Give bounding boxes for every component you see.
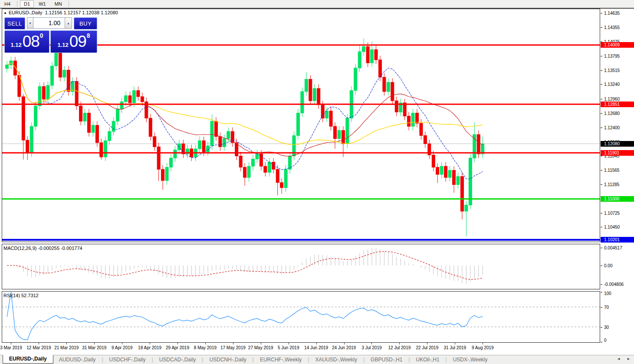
- chart-tab-eurchf[interactable]: EURCHF-,Weekly: [254, 356, 307, 364]
- chart-tab-usdcad[interactable]: USDCAD-,Daily: [154, 356, 202, 364]
- date-label: 9 Aug 2019: [472, 345, 494, 350]
- chart-tab-gbpusd[interactable]: GBPUSD-,H1: [365, 356, 408, 364]
- volume-decrease-button[interactable]: ▼: [27, 17, 33, 29]
- date-label: 31 Mar 2019: [82, 345, 106, 350]
- rsi-tick-mark: [601, 327, 602, 328]
- chart-tab-usdchf[interactable]: USDCHF-,Daily: [104, 356, 151, 364]
- chart-symbol-label: EURUSD-,Daily: [9, 10, 43, 15]
- date-tick-mark: [94, 343, 95, 344]
- chart-tab-eurusd[interactable]: EURUSD-,Daily: [3, 355, 53, 364]
- macd-values: -0.000255 -0.001774: [38, 246, 82, 251]
- date-label: 21 Mar 2019: [54, 345, 79, 350]
- price-tick-mark: [601, 184, 602, 185]
- timeframe-button-h4[interactable]: H4: [0, 0, 14, 8]
- timeframe-button-d1[interactable]: D1: [20, 0, 34, 8]
- date-tick-mark: [233, 343, 233, 344]
- chart-tab-usdx[interactable]: USDX-,Weekly: [447, 356, 493, 364]
- tab-scroll-left-icon[interactable]: ◄: [617, 357, 621, 361]
- date-label: 27 May 2019: [248, 345, 273, 350]
- tab-scroll-right-icon[interactable]: ►: [627, 357, 631, 361]
- price-tick-label: 1.13515: [604, 68, 620, 73]
- date-tick-mark: [150, 343, 150, 344]
- price-badge: 1.12080: [601, 141, 634, 147]
- tab-scroll-arrows: ◄ ►: [617, 357, 631, 361]
- rsi-label: RSI(14) 52.7312: [3, 293, 39, 298]
- rsi-line: [7, 292, 483, 340]
- timeframe-button-mn[interactable]: MN: [51, 0, 66, 8]
- date-tick-mark: [205, 343, 206, 344]
- mt4-chart-window: H4D1W1MN ▲EURUSD-,Daily 1.12156 1.12157 …: [0, 0, 634, 364]
- date-label: 29 Apr 2019: [166, 345, 189, 350]
- macd-histogram: [7, 248, 483, 284]
- price-tick-label: 1.14355: [604, 25, 620, 30]
- price-tick-mark: [601, 227, 602, 227]
- sell-button[interactable]: SELL: [4, 17, 25, 30]
- price-tick-label: 1.10725: [604, 211, 620, 216]
- price-badge: 1.11000: [601, 196, 634, 202]
- price-tick-label: 1.14635: [604, 11, 620, 16]
- macd-label: MACD(12,26,9) -0.000255 -0.001774: [3, 246, 82, 251]
- date-tick-mark: [177, 343, 178, 344]
- price-badge: 1.14009: [601, 42, 634, 48]
- date-tick-mark: [122, 343, 122, 344]
- date-tick-mark: [427, 343, 427, 344]
- date-label: 12 Jul 2019: [388, 345, 411, 350]
- ma-medium-line: [7, 63, 483, 156]
- price-badge: 1.11901: [601, 150, 634, 156]
- price-tick-label: 1.10450: [604, 225, 620, 230]
- macd-panel-frame: [2, 244, 600, 289]
- chart-tab-xauusd[interactable]: XAUUSD-,Weekly: [309, 356, 362, 364]
- date-label: 5 Jun 2019: [278, 345, 299, 350]
- sell-price-button[interactable]: 1.12 08 0: [4, 30, 49, 53]
- toolbar-separator: [17, 1, 17, 7]
- price-tick-mark: [601, 170, 602, 171]
- price-tick-mark: [601, 70, 602, 71]
- macd-tick-label: 0.00: [604, 263, 612, 268]
- candles-layer: [6, 38, 484, 236]
- price-tick-mark: [601, 156, 602, 156]
- macd-tick-mark: [601, 266, 602, 266]
- price-badge: 1.10201: [601, 237, 634, 243]
- toolbar-separator: [69, 1, 69, 7]
- price-tick-label: 1.13240: [604, 82, 620, 87]
- one-click-trade-panel: SELL ▼ ▲ BUY 1.12 08 0 1.12 09 8: [4, 17, 97, 53]
- chart-tab-ukoil[interactable]: UKOil-,H1: [411, 356, 445, 364]
- rsi-tick-label: 0: [604, 338, 607, 343]
- date-tick-mark: [261, 343, 261, 344]
- chart-tab-bar: EURUSD-,DailyAUDUSD-,Daily|USDCHF-,Daily…: [0, 355, 634, 364]
- price-tick-mark: [601, 13, 602, 13]
- macd-tick-mark: [601, 284, 602, 285]
- date-label: 3 Jul 2019: [361, 345, 381, 350]
- price-tick-label: 1.12680: [604, 111, 620, 116]
- rsi-tick-label: 100: [604, 291, 611, 296]
- date-label: 31 Jul 2019: [443, 345, 466, 350]
- price-tick-label: 1.12400: [604, 125, 620, 130]
- chart-title: ▲EURUSD-,Daily 1.12156 1.12157 1.12038 1…: [3, 10, 118, 15]
- macd-tick-mark: [601, 248, 602, 248]
- volume-input[interactable]: [33, 17, 65, 29]
- date-tick-mark: [289, 343, 289, 344]
- buy-button[interactable]: BUY: [74, 17, 97, 30]
- price-tick-mark: [601, 213, 602, 213]
- time-axis: 3 Mar 201912 Mar 201921 Mar 201931 Mar 2…: [2, 343, 601, 354]
- macd-signal-line: [7, 252, 483, 280]
- price-tick-mark: [601, 128, 602, 128]
- buy-price-button[interactable]: 1.12 09 8: [50, 30, 97, 53]
- timeframe-button-w1[interactable]: W1: [35, 0, 50, 8]
- date-label: 18 Apr 2019: [138, 345, 161, 350]
- rsi-value: 52.7312: [21, 293, 39, 298]
- rsi-tick-mark: [601, 342, 602, 342]
- date-tick-mark: [316, 343, 317, 344]
- volume-increase-button[interactable]: ▲: [65, 17, 72, 29]
- chart-tab-usdcnh[interactable]: USDCNH-,Daily: [204, 356, 252, 364]
- chart-tab-audusd[interactable]: AUDUSD-,Daily: [53, 356, 102, 364]
- date-label: 24 Jun 2019: [332, 345, 356, 350]
- timeframe-toolbar: H4D1W1MN: [0, 0, 634, 8]
- date-label: 14 Jun 2019: [304, 345, 328, 350]
- macd-panel: [2, 244, 600, 289]
- collapse-trade-panel-icon[interactable]: ▲: [3, 11, 7, 15]
- price-tick-mark: [601, 84, 602, 85]
- date-label: 3 Mar 2019: [0, 345, 22, 350]
- rsi-tick-mark: [601, 292, 602, 292]
- rsi-panel: [2, 291, 600, 343]
